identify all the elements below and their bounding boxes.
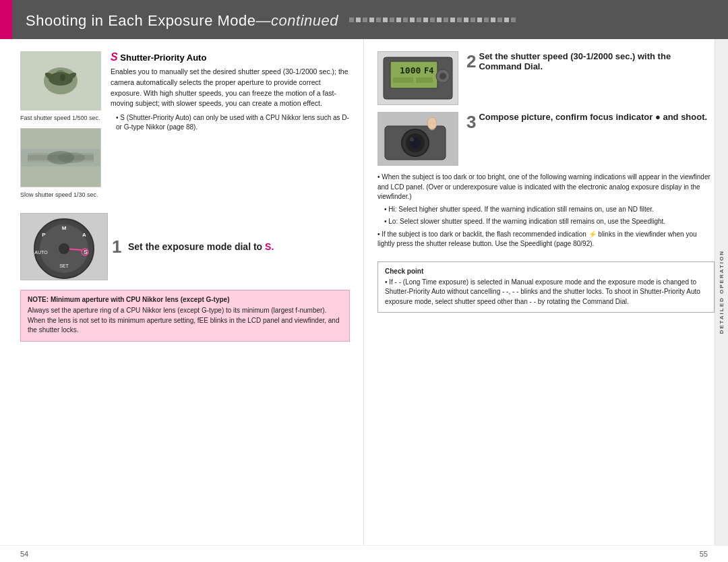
svg-point-24 [59,243,69,254]
dot-15 [444,18,448,22]
dot-21 [484,18,489,22]
dot-4 [369,18,374,22]
bullet-1-text: • When the subject is too dark or too br… [377,173,715,202]
note-box-title: NOTE: Minimum aperture with CPU Nikkor l… [28,296,342,303]
bullet-1: • When the subject is too dark or too br… [377,173,715,202]
bullet-hi-text: • Hi: Select higher shutter speed. If th… [384,205,654,215]
sidebar-tab: DETAILED OPERATION [715,39,728,545]
shutter-priority-section: Fast shutter speed 1/500 sec. [20,51,350,198]
step1-label: Set the exposure mode dial to S. [128,241,274,252]
step2-section: 1000 F4 2 Set the shutter speed (30-1/20… [377,51,715,105]
page-header: Shooting in Each Exposure Mode—continued [0,0,728,39]
shutter-priority-text: S Shutter-Priority Auto Enables you to m… [111,51,350,198]
dot-11 [417,18,421,22]
step1-row: M A P S AUTO SET [20,213,350,280]
dot-25 [511,18,516,22]
svg-point-40 [410,137,414,142]
mode-dial-image: M A P S AUTO SET [20,213,108,280]
step2-number: 2 [466,51,476,72]
step3-number: 3 [466,112,476,133]
left-page-number: 54 [20,550,28,558]
dot-16 [450,18,455,22]
dot-20 [477,18,482,22]
dot-24 [504,18,509,22]
header-title-main: Shooting in Each Exposure Mode [26,12,256,29]
step2-title: Set the shutter speed (30-1/2000 sec.) w… [479,51,715,71]
dot-22 [491,18,495,22]
svg-text:AUTO: AUTO [34,250,48,255]
check-point-body: • If - - (Long Time exposure) is selecte… [385,278,707,307]
camera-images-column: Fast shutter speed 1/500 sec. [20,51,101,198]
slow-shutter-image [20,128,101,187]
step3-text: 3 Compose picture, confirm focus indicat… [466,112,715,133]
svg-text:SET: SET [59,263,69,268]
dot-13 [430,18,435,22]
bullet-hi: • Hi: Select higher shutter speed. If th… [377,205,715,215]
dot-12 [423,18,428,22]
left-page: Fast shutter speed 1/500 sec. [0,39,364,545]
svg-text:1000: 1000 [400,65,421,75]
page-footer: 54 55 [0,545,728,562]
step3-bullets: • When the subject is too dark or too br… [377,173,715,252]
step1-section: M A P S AUTO SET [20,209,350,280]
svg-text:P: P [42,232,46,238]
dot-9 [403,18,408,22]
svg-rect-32 [416,77,433,83]
dot-18 [464,18,468,22]
compose-image [377,112,458,166]
right-page-number: 55 [700,550,708,558]
shutter-title-text: Shutter-Priority Auto [120,53,206,63]
shutter-body-text: Enables you to manually set the desired … [111,67,350,109]
dot-7 [390,18,394,22]
svg-point-6 [60,74,65,81]
dot-6 [383,18,388,22]
dot-8 [396,18,401,22]
dot-3 [363,18,367,22]
fast-shutter-image [20,51,101,111]
check-point-title: Check point [385,268,707,275]
dot-10 [410,18,415,22]
bullet-lo-text: • Lo: Select slower shutter speed. If th… [384,217,665,227]
step3-title: Compose picture, confirm focus indicator… [479,112,707,122]
dot-5 [376,18,381,22]
step1-number: 1 [112,238,125,255]
lcd-display-box: 1000 F4 [377,51,458,105]
dot-2 [356,18,361,22]
header-title-subtitle: —continued [256,12,338,29]
dot-23 [497,18,502,22]
sidebar-label: DETAILED OPERATION [719,250,725,334]
step1-highlight: S. [265,241,274,252]
svg-text:M: M [62,225,67,231]
step1-text-area: 1 Set the exposure mode dial to S. [112,238,274,255]
dot-1 [349,18,354,22]
svg-rect-31 [393,77,413,83]
svg-point-34 [439,73,446,80]
step2-text: 2 Set the shutter speed (30-1/2000 sec.)… [466,51,715,72]
right-page: 1000 F4 2 Set the shutter speed (30-1/20… [364,39,728,545]
note-box: NOTE: Minimum aperture with CPU Nikkor l… [20,290,350,342]
dot-17 [457,18,462,22]
step1-text: Set the exposure mode dial to [128,241,262,252]
note-box-body: Always set the aperture ring of a CPU Ni… [28,306,342,336]
step3-section: 3 Compose picture, confirm focus indicat… [377,112,715,166]
svg-text:A: A [82,232,86,238]
page-title: Shooting in Each Exposure Mode—continued [26,9,338,30]
bullet-lo: • Lo: Select slower shutter speed. If th… [377,217,715,227]
shutter-s-letter: S [111,51,118,63]
check-point-box: Check point • If - - (Long Time exposure… [377,261,715,313]
fast-shutter-label: Fast shutter speed 1/500 sec. [20,115,101,121]
dot-14 [437,18,442,22]
shutter-title: S Shutter-Priority Auto [111,51,350,63]
main-content: Fast shutter speed 1/500 sec. [0,39,728,545]
shutter-bullet-note: • S (Shutter-Priority Auto) can only be … [111,113,350,132]
bullet-flash-text: • If the subject is too dark or backlit,… [377,230,715,249]
slow-shutter-label: Slow shutter speed 1/30 sec. [20,191,101,198]
header-dots-decoration [349,18,715,22]
header-accent-bar [0,0,12,39]
bullet-flash: • If the subject is too dark or backlit,… [377,230,715,249]
svg-point-13 [58,152,85,163]
dot-19 [471,18,475,22]
svg-text:F4: F4 [424,66,433,75]
